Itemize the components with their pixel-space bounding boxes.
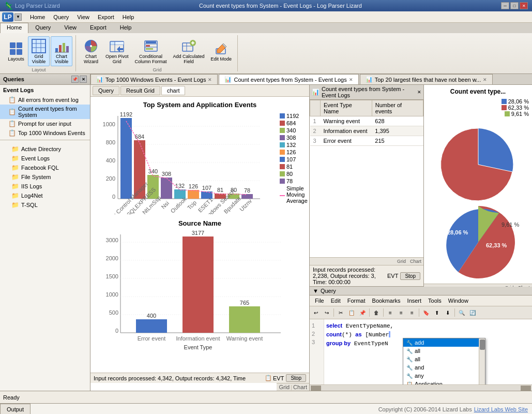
editor-hscrollbar[interactable] [310,385,532,391]
close-button[interactable]: ✕ [520,2,528,9]
qmenu-edit[interactable]: Edit [328,297,344,305]
qmenu-format[interactable]: Format [344,297,369,305]
qmenu-bookmarks[interactable]: Bookmarks [369,297,404,305]
autocomplete-dropdown: 🔧 add 🔧 all 🔧 all [403,338,485,385]
query-item-event-logs[interactable]: 📁 Event Logs [3,154,87,163]
tab-close-0[interactable]: ✕ [208,77,212,82]
edit-mode-button[interactable]: Edit Mode [208,39,235,64]
query-item-prompt[interactable]: 📋 Prompt for user input [0,119,90,128]
query-expand-icon[interactable]: ▼ [313,288,318,294]
event-table-close[interactable]: ✕ [417,90,421,95]
conditional-format-button[interactable]: ConditionalColumn Format [132,36,170,66]
qmenu-tools[interactable]: Tools [425,297,445,305]
copy-button[interactable]: 📋 [346,307,357,318]
query-item-count-event[interactable]: 📋 Count event types from System [0,105,90,119]
ac-item-all1[interactable]: 🔧 all [403,347,479,355]
chart-wizard-button[interactable]: ChartWizard [80,36,102,66]
layouts-button[interactable]: Layouts [5,39,27,64]
pivot-grid-button[interactable]: Open PivotGrid [103,36,131,66]
tab-top20[interactable]: 📊 Top 20 largest files that have not bee… [360,74,493,84]
ac-item-and[interactable]: 🔧 and [403,363,479,372]
cut-button[interactable]: ✂ [336,307,346,318]
menu-query[interactable]: Query [49,13,73,21]
menu-export[interactable]: Export [94,13,118,21]
undo-button[interactable]: ↩ [311,307,321,318]
maximize-button[interactable]: □ [510,2,519,9]
chart-label[interactable]: Chart [293,384,307,390]
search-button[interactable]: 🔍 [457,307,467,318]
queries-pin-button[interactable]: 📌 [71,76,79,83]
right-grid-label[interactable]: Grid [395,258,408,265]
query-editor[interactable]: 1 2 3 select EventTypeName, count(*) as … [310,319,532,385]
menu-view[interactable]: View [73,13,94,21]
add-field-button[interactable]: Add CalculatedField [171,36,207,66]
svg-text:0: 0 [112,194,115,200]
lizard-labs-link[interactable]: Lizard Labs Web Site [474,406,528,412]
bookmark-button[interactable]: 🔖 [421,307,431,318]
tab-count-event[interactable]: 📊 Count event types from System - Event … [219,74,358,84]
table-row[interactable]: 3 Error event 215 [310,136,423,146]
sub-tab-query[interactable]: Query [93,86,119,95]
delete-button[interactable]: 🗑 [371,307,382,318]
queries-header: Queries 📌 ✕ [0,74,90,85]
output-tab[interactable]: Output [0,404,31,414]
qmenu-window[interactable]: Window [445,297,472,305]
paste-button[interactable]: 📌 [357,307,368,318]
grid-label[interactable]: Grid [279,384,290,390]
query-item-top1000[interactable]: 📋 Top 1000 Windows Events [0,128,90,138]
tab-close-2[interactable]: ✕ [483,77,487,82]
right-chart-label[interactable]: Chart [408,258,423,265]
ribbon-tab-view[interactable]: View [57,23,83,33]
prev-bookmark-button[interactable]: ⬆ [432,307,442,318]
svg-text:9,61 %: 9,61 % [501,221,519,228]
tab-close-1[interactable]: ✕ [349,77,353,82]
svg-rect-3 [17,49,22,55]
svg-text:765: 765 [240,300,249,306]
ac-item-add[interactable]: 🔧 add [403,338,479,347]
query-item-facebook[interactable]: 📁 Facebook FQL [3,163,87,172]
align-right-button[interactable]: ≡ [407,307,417,318]
grid-visible-button[interactable]: GridVisible [28,36,50,66]
stop-button-left[interactable]: Stop [286,374,306,382]
align-center-button[interactable]: ≡ [396,307,406,318]
ribbon-tab-query[interactable]: Query [28,23,57,33]
tab-top1000[interactable]: 📊 Top 1000 Windows Events - Event Logs ✕ [90,74,218,84]
ribbon-tab-home[interactable]: Home [0,23,28,33]
next-bookmark-button[interactable]: ⬇ [443,307,453,318]
query-item-all-errors[interactable]: 📋 All errors from event log [0,95,90,105]
query-item-iis[interactable]: 📁 IIS Logs [3,182,87,191]
query-item-filesystem[interactable]: 📁 File System [3,172,87,182]
query-item-log4net[interactable]: 📁 Log4Net [3,191,87,200]
tab-label-2: Top 20 largest files that have not been … [375,77,481,83]
qmenu-insert[interactable]: Insert [404,297,425,305]
ribbon-tab-help[interactable]: Help [113,23,139,33]
replace-button[interactable]: 🔄 [467,307,478,318]
table-row[interactable]: 1 Warning event 628 [310,116,423,126]
minimize-button[interactable]: ─ [501,2,509,9]
query-item-active-dir[interactable]: 📁 Active Directory [3,144,87,154]
chart-visible-button[interactable]: ChartVisible [51,36,72,66]
app-menu-btn[interactable]: ▼ [14,13,22,21]
menu-help[interactable]: Help [118,13,139,21]
ribbon-tab-export[interactable]: Export [83,23,113,33]
queries-close-button[interactable]: ✕ [80,76,87,83]
edit-mode-label: Edit Mode [211,57,232,62]
table-row[interactable]: 2 Information event 1,395 [310,126,423,136]
autocomplete-scrollbar[interactable] [479,338,485,385]
sub-tab-result-grid[interactable]: Result Grid [120,86,160,95]
menu-home[interactable]: Home [26,13,49,21]
panels-row: Query Result Grid chart Top System and A… [90,85,532,391]
qmenu-file[interactable]: File [312,297,327,305]
evt-label-right: EVT [387,273,398,279]
query-item-tsql[interactable]: 📁 T-SQL [3,200,87,210]
ac-item-application[interactable]: 📋 Application [403,380,479,385]
redo-button[interactable]: ↪ [322,307,332,318]
ac-item-all2[interactable]: 🔧 all [403,355,479,363]
ac-item-any[interactable]: 🔧 any [403,372,479,380]
stop-button-right[interactable]: Stop [400,272,420,280]
sub-tab-chart[interactable]: chart [161,86,185,95]
ac-label-app: Application [415,381,443,385]
event-table-panel: 📊 Count event types from System - Event … [310,85,423,286]
right-top: 📊 Count event types from System - Event … [310,85,532,287]
align-left-button[interactable]: ≡ [385,307,396,318]
